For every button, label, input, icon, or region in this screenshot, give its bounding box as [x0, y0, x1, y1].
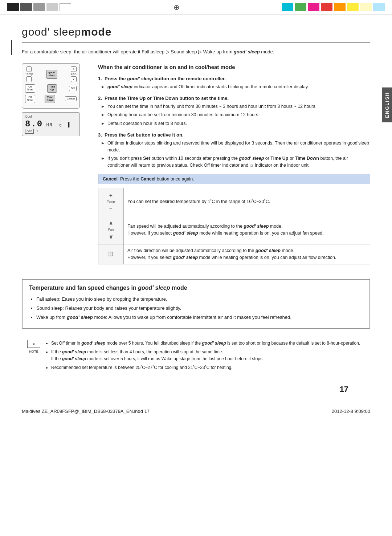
- display-sub-row: OFF ☽: [25, 129, 77, 134]
- step-2-label: 2. Press the Time Up or Time Down button…: [98, 96, 370, 101]
- note-item-1: Set Off timer in good' sleep mode over 5…: [51, 340, 360, 347]
- swatch-green: [295, 3, 306, 11]
- page-footer: Maldives ZE_AR09FSFP@_IBIM_DB68-03379A_E…: [0, 409, 392, 418]
- table-row: + Temp − You can set the desired tempera…: [98, 188, 370, 216]
- step-3: 3. Press the Set button to active it on.…: [98, 132, 370, 169]
- step-2-bullet-1: You can set the time in half hourly unit…: [102, 103, 370, 110]
- swatch-lightyellow: [360, 3, 372, 11]
- footer-file-info: Maldives ZE_AR09FSFP@_IBIM_DB68-03379A_E…: [22, 409, 150, 414]
- fan-down-btn[interactable]: ∨: [71, 76, 77, 82]
- step-1-bullet-1: good' sleep indicator appears and Off ti…: [102, 84, 370, 90]
- step-3-label: 3. Press the Set button to active it on.: [98, 132, 370, 138]
- swatch-orange: [334, 3, 346, 11]
- swatch-red: [321, 3, 332, 11]
- good-sleep-btn[interactable]: good'sleep: [46, 70, 58, 79]
- note-icon-area: ≡ NOTE: [27, 340, 40, 355]
- remote-row-1: + Temp − good'sleep ∧ Fan ∨: [25, 66, 77, 82]
- compass-center: ⊕: [173, 3, 180, 12]
- airflow-description: Air flow direction will be adjusted auto…: [124, 244, 370, 264]
- table-row: ⊡ Air flow direction will be adjusted au…: [98, 244, 370, 264]
- display-box: Cool 8.0 HR ☼ ▐ OFF ☽: [22, 112, 80, 136]
- step-2-bullets: You can set the time in half hourly unit…: [98, 103, 370, 127]
- remote-area: + Temp − good'sleep ∧ Fan ∨ OnTimer: [22, 63, 87, 272]
- note-label: NOTE: [29, 350, 38, 353]
- page-number: 17: [22, 385, 348, 394]
- step-3-bullets: Off timer indicator stops blinking and r…: [98, 140, 370, 169]
- main-section: + Temp − good'sleep ∧ Fan ∨ OnTimer: [22, 63, 370, 272]
- step-1-bullets: good' sleep indicator appears and Off ti…: [98, 84, 370, 90]
- temp-plus-btn[interactable]: +: [26, 66, 32, 72]
- fan-icon-cell: ∧ Fan ∨: [98, 216, 124, 244]
- swatch-cyan: [282, 3, 293, 11]
- swatch-lightgray: [46, 3, 58, 11]
- footer-date: 2012-12-8 9:09:00: [332, 409, 370, 414]
- grayscale-swatches: [7, 3, 71, 11]
- swatch-yellow: [347, 3, 359, 11]
- section-heading: When the air conditioner is on and in co…: [98, 63, 370, 71]
- step-1: 1. Press the good' sleep button on the r…: [98, 76, 370, 90]
- swatch-magenta: [308, 3, 319, 11]
- step-2-bullet-3: Default operation hour is set to 8 hours…: [102, 120, 370, 127]
- remote-row-3: OffTimer TimeDown Cancel: [25, 95, 77, 103]
- set-btn[interactable]: Set: [69, 86, 77, 91]
- step-3-bullet-1: Off timer indicator stops blinking and r…: [102, 140, 370, 154]
- left-decorative-line: [11, 40, 12, 55]
- instructions-area: When the air conditioner is on and in co…: [98, 63, 370, 272]
- off-timer-btn[interactable]: OffTimer: [25, 95, 35, 103]
- bottom-bullet-3: Wake up from good' sleep mode: Allows yo…: [36, 314, 363, 321]
- step-3-bullet-2: If you don't press Set button within 10 …: [102, 155, 370, 169]
- temp-description: You can set the desired temperature by 1…: [124, 188, 370, 216]
- temp-label: Temp: [25, 72, 33, 76]
- feature-table: + Temp − You can set the desired tempera…: [98, 188, 370, 265]
- airflow-icon-cell: ⊡: [98, 244, 124, 264]
- display-off-label: OFF: [25, 129, 34, 134]
- note-icon: ≡: [27, 340, 40, 348]
- time-up-btn[interactable]: TimeUp: [47, 84, 57, 93]
- remote-control-box: + Temp − good'sleep ∧ Fan ∨ OnTimer: [22, 63, 80, 109]
- english-sidebar-label: ENGLISH: [382, 88, 392, 122]
- note-item-2: If the good' sleep mode is set less than…: [51, 349, 360, 362]
- swatch-black: [7, 3, 19, 11]
- display-main-text: 8.0 HR ☼ ▐: [25, 119, 77, 129]
- temp-minus-btn[interactable]: −: [26, 76, 32, 82]
- temp-icon-cell: + Temp −: [98, 188, 124, 216]
- time-down-btn[interactable]: TimeDown: [45, 95, 55, 103]
- step-2: 2. Press the Time Up or Time Down button…: [98, 96, 370, 127]
- cancel-btn-remote[interactable]: Cancel: [65, 96, 77, 101]
- page-title-text: good' sleepmode: [22, 26, 112, 38]
- table-row: ∧ Fan ∨ Fan speed will be adjusted autom…: [98, 216, 370, 244]
- swatch-lightblue: [373, 3, 385, 11]
- display-icons: ☼ ▐: [59, 122, 70, 128]
- display-sleep-icon: ☽: [35, 129, 38, 133]
- display-hr: HR: [43, 123, 53, 128]
- bottom-section: Temperature and fan speed changes in goo…: [22, 279, 370, 328]
- page-content: ENGLISH good' sleepmode For a comfortabl…: [0, 15, 392, 409]
- fan-description: Fan speed will be adjusted automatically…: [124, 216, 370, 244]
- note-box: ≡ NOTE Set Off timer in good' sleep mode…: [22, 336, 370, 377]
- display-cool-label: Cool: [25, 115, 77, 118]
- note-item-3: Recommended set temperature is between 2…: [51, 364, 360, 371]
- step-2-bullet-2: Operating hour can be set from minimum 3…: [102, 111, 370, 118]
- remote-row-2: OnTimer TimeUp Set: [25, 84, 77, 93]
- fan-label: Fan: [71, 72, 77, 76]
- cancel-info-box: Cancel Press the Cancel button once agai…: [98, 174, 370, 184]
- note-content: Set Off timer in good' sleep mode over 5…: [45, 340, 360, 373]
- step-1-label: 1. Press the good' sleep button on the r…: [98, 76, 370, 81]
- color-swatches: [282, 3, 385, 11]
- swatch-white: [60, 3, 71, 11]
- fan-up-btn[interactable]: ∧: [71, 66, 77, 72]
- page-title: good' sleepmode: [22, 26, 370, 42]
- bottom-section-title: Temperature and fan speed changes in goo…: [29, 285, 363, 291]
- top-bar: ⊕: [0, 0, 392, 15]
- swatch-gray: [33, 3, 45, 11]
- bottom-bullet-2: Sound sleep: Relaxes your body and raise…: [36, 305, 363, 312]
- on-timer-btn[interactable]: OnTimer: [25, 84, 35, 93]
- bottom-bullet-1: Fall asleep: Eases you into sleep by dro…: [36, 296, 363, 303]
- note-list: Set Off timer in good' sleep mode over 5…: [45, 340, 360, 371]
- bottom-bullets-list: Fall asleep: Eases you into sleep by dro…: [29, 296, 363, 321]
- intro-paragraph: For a comfortable sleep, the air conditi…: [22, 48, 370, 56]
- swatch-darkgray: [20, 3, 32, 11]
